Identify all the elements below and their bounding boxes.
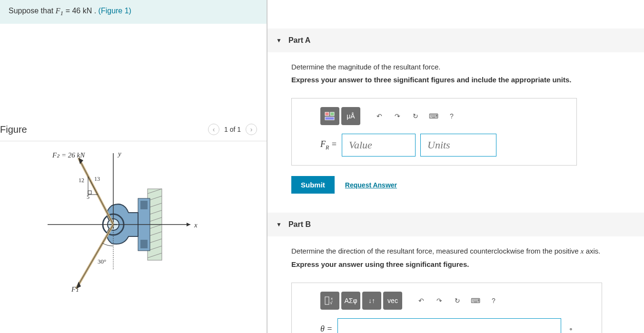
tri-13: 13 bbox=[94, 176, 100, 183]
units-tool-button[interactable]: μÅ bbox=[341, 107, 360, 125]
x-axis-label: x bbox=[194, 221, 198, 229]
figure-link[interactable]: (Figure 1) bbox=[99, 7, 131, 15]
svg-text:√: √ bbox=[330, 300, 333, 305]
template-tool-button[interactable]: x√ bbox=[320, 292, 339, 310]
f1-label: F₁ bbox=[71, 285, 79, 294]
svg-rect-32 bbox=[325, 297, 329, 304]
undo-icon[interactable]: ↶ bbox=[414, 292, 429, 310]
problem-prefix: Suppose that bbox=[9, 7, 56, 15]
part-a-instruction: Express your answer to three significant… bbox=[291, 76, 644, 84]
f2-label: F₂ = 26 kN bbox=[52, 151, 85, 159]
theta-label: θ = bbox=[320, 324, 333, 333]
undo-icon[interactable]: ↶ bbox=[372, 107, 387, 125]
svg-line-25 bbox=[76, 225, 113, 289]
part-b-header[interactable]: ▼ Part B bbox=[268, 213, 644, 236]
part-b-description: Determine the direction of the resultant… bbox=[291, 247, 644, 255]
tri-12: 12 bbox=[79, 177, 84, 184]
angle-label: 30° bbox=[98, 258, 106, 265]
vec-tool-button[interactable]: vec bbox=[383, 292, 402, 310]
tri-5: 5 bbox=[87, 194, 89, 201]
figure-heading: Figure bbox=[0, 124, 27, 135]
svg-rect-31 bbox=[325, 117, 334, 120]
svg-rect-13 bbox=[140, 240, 148, 248]
help-icon[interactable]: ? bbox=[444, 107, 459, 125]
part-b-answer-box: x√ ΑΣφ ↓↑ vec ↶ ↷ ↻ ⌨ ? θ = ∘ bbox=[291, 283, 602, 333]
keyboard-icon[interactable]: ⌨ bbox=[426, 107, 441, 125]
theta-input[interactable] bbox=[337, 318, 561, 333]
submit-button[interactable]: Submit bbox=[291, 176, 335, 194]
svg-rect-30 bbox=[330, 112, 334, 116]
redo-icon[interactable]: ↷ bbox=[432, 292, 447, 310]
degree-symbol: ∘ bbox=[569, 325, 573, 333]
figure-diagram: F₂ = 26 kN y x F₁ 30° 12 13 5 bbox=[33, 151, 233, 303]
units-input[interactable] bbox=[420, 134, 496, 157]
part-a-answer-box: μÅ ↶ ↷ ↻ ⌨ ? FR = bbox=[291, 98, 577, 166]
fr-label: FR = bbox=[320, 139, 337, 151]
caret-down-icon: ▼ bbox=[276, 37, 282, 44]
part-b-instruction: Express your answer using three signific… bbox=[291, 260, 644, 268]
request-answer-link[interactable]: Request Answer bbox=[345, 181, 397, 189]
svg-rect-12 bbox=[140, 201, 148, 209]
reset-icon[interactable]: ↻ bbox=[408, 107, 423, 125]
redo-icon[interactable]: ↷ bbox=[390, 107, 405, 125]
y-axis-label: y bbox=[118, 150, 121, 158]
figure-next-button[interactable]: › bbox=[246, 124, 257, 135]
figure-count: 1 of 1 bbox=[224, 126, 241, 133]
part-a-title: Part A bbox=[288, 36, 311, 45]
part-b-title: Part B bbox=[288, 220, 311, 229]
problem-statement: Suppose that F1 = 46 kN . (Figure 1) bbox=[0, 0, 267, 24]
updown-tool-button[interactable]: ↓↑ bbox=[362, 292, 381, 310]
value-input[interactable] bbox=[342, 134, 416, 157]
figure-nav: ‹ 1 of 1 › bbox=[208, 124, 257, 135]
greek-tool-button[interactable]: ΑΣφ bbox=[341, 292, 360, 310]
reset-icon[interactable]: ↻ bbox=[450, 292, 465, 310]
figure-prev-button[interactable]: ‹ bbox=[208, 124, 219, 135]
part-a-header[interactable]: ▼ Part A bbox=[268, 29, 644, 52]
template-tool-button[interactable] bbox=[320, 107, 339, 125]
part-a-description: Determine the magnitude of the resultant… bbox=[291, 63, 644, 71]
problem-var: F1 bbox=[56, 7, 63, 15]
help-icon[interactable]: ? bbox=[486, 292, 501, 310]
caret-down-icon: ▼ bbox=[276, 221, 282, 228]
svg-rect-29 bbox=[325, 112, 329, 116]
svg-marker-20 bbox=[187, 223, 190, 226]
keyboard-icon[interactable]: ⌨ bbox=[468, 292, 483, 310]
problem-eq: = 46 kN . bbox=[63, 7, 98, 15]
